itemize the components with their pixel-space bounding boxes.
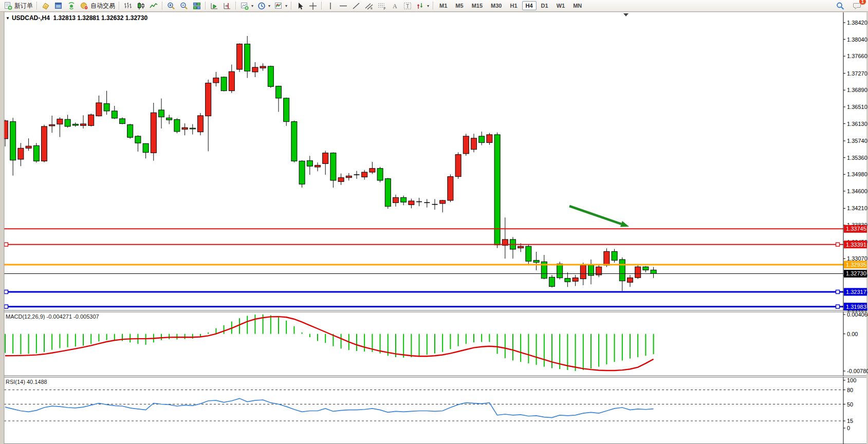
- text-t-icon: T: [403, 2, 412, 10]
- line-handle: [5, 290, 8, 293]
- svg-text:1.36130: 1.36130: [847, 121, 867, 127]
- new-order-icon: [4, 2, 13, 10]
- svg-text:A: A: [393, 3, 397, 10]
- equidistant-channel-button[interactable]: E: [363, 0, 375, 11]
- periods-button[interactable]: ▾: [255, 0, 272, 11]
- toolbar-separator: [433, 2, 434, 10]
- fibonacci-button[interactable]: F: [376, 0, 388, 11]
- new-order-label: 新订单: [14, 2, 33, 10]
- data-window-icon: [54, 2, 63, 10]
- text-a-icon: A: [390, 2, 399, 10]
- arrows-icon: [416, 2, 425, 10]
- autotrading-button[interactable]: 自动交易: [78, 0, 117, 11]
- horizontal-line-button[interactable]: [337, 0, 349, 11]
- toolbar-separator: [321, 2, 322, 10]
- auto-scroll-icon: [210, 2, 219, 10]
- line-handle: [5, 243, 8, 246]
- zoom-in-button[interactable]: [165, 0, 177, 11]
- toolbar-separator: [291, 2, 292, 10]
- mt4-window: 新订单自动交易▾▾▾EFAT▾ M1M5M15M30H1H4D1W1MN 1 1…: [0, 0, 868, 444]
- dropdown-arrow-icon: ▾: [285, 4, 287, 8]
- arrows-button[interactable]: ▾: [414, 0, 431, 11]
- templates-button[interactable]: ▾: [272, 0, 289, 11]
- crosshair-icon: [308, 2, 318, 10]
- timeframe-m5-button[interactable]: M5: [452, 1, 467, 10]
- timeframe-w1-button[interactable]: W1: [553, 1, 569, 10]
- zoom-out-icon: [179, 2, 189, 10]
- horizontal-line-icon: [339, 2, 348, 10]
- timeframe-d1-button[interactable]: D1: [538, 1, 552, 10]
- svg-text:15: 15: [847, 418, 853, 424]
- price-badge-1.33745: 1.33745: [844, 225, 867, 233]
- svg-text:1.37660: 1.37660: [847, 53, 867, 59]
- zoom-in-icon: [167, 2, 176, 10]
- data-window-button[interactable]: [52, 0, 65, 11]
- svg-text:1.37270: 1.37270: [847, 70, 867, 77]
- text-label-button[interactable]: T: [401, 0, 414, 11]
- svg-text:1.38420: 1.38420: [847, 20, 867, 26]
- notifications-button[interactable]: 1: [851, 0, 863, 11]
- chart-symbol-period: USDCAD-,H4: [12, 14, 50, 22]
- bar-chart-button[interactable]: [122, 0, 134, 11]
- chart-ohlc-values: 1.32813 1.32881 1.32632 1.32730: [53, 14, 148, 22]
- crosshair-button[interactable]: [307, 0, 319, 11]
- timeframe-h1-button[interactable]: H1: [506, 1, 521, 10]
- vertical-line-button[interactable]: [324, 0, 337, 11]
- svg-text:1.34600: 1.34600: [847, 188, 867, 194]
- line-handle: [836, 290, 840, 293]
- navigator-icon: [67, 2, 76, 10]
- svg-text:1.34210: 1.34210: [847, 205, 867, 211]
- tile-windows-button[interactable]: [191, 0, 203, 11]
- search-button[interactable]: [834, 0, 846, 11]
- chevron-down-icon: ▼: [6, 16, 10, 21]
- svg-text:1.35740: 1.35740: [847, 138, 867, 144]
- auto-scroll-button[interactable]: [208, 0, 220, 11]
- candle-chart-icon: [136, 2, 145, 10]
- svg-text:-0.007809: -0.007809: [847, 368, 868, 374]
- search-icon: [836, 2, 845, 10]
- svg-text:E: E: [371, 7, 373, 10]
- timeframe-mn-button[interactable]: MN: [569, 1, 585, 10]
- timeframe-m30-button[interactable]: M30: [487, 1, 505, 10]
- chart-title: ▼USDCAD-,H4 1.32813 1.32881 1.32632 1.32…: [6, 14, 147, 22]
- line-chart-button[interactable]: [147, 0, 160, 11]
- timeframe-h4-button[interactable]: H4: [522, 1, 537, 10]
- vertical-line-icon: [326, 2, 335, 10]
- chart-shift-button[interactable]: [221, 0, 233, 11]
- svg-text:1.33391: 1.33391: [846, 242, 866, 248]
- toolbar-separator: [235, 2, 236, 10]
- line-chart-icon: [149, 2, 158, 10]
- new-chart-button[interactable]: ▾: [238, 0, 255, 11]
- timeframe-m15-button[interactable]: M15: [468, 1, 486, 10]
- cursor-button[interactable]: [294, 0, 306, 11]
- channel-icon: E: [364, 2, 374, 10]
- autotrading-icon: [80, 2, 89, 10]
- periods-icon: [257, 2, 266, 10]
- line-handle: [5, 305, 8, 308]
- price-badge-1.32317: 1.32317: [844, 288, 867, 295]
- zoom-out-button[interactable]: [178, 0, 190, 11]
- timeframe-m1-button[interactable]: M1: [436, 1, 451, 10]
- svg-text:80: 80: [847, 387, 853, 393]
- svg-text:50: 50: [847, 401, 853, 408]
- fibonacci-icon: F: [377, 2, 386, 10]
- trendline-button[interactable]: [350, 0, 362, 11]
- svg-text:0.00: 0.00: [847, 331, 858, 337]
- svg-text:1.38040: 1.38040: [847, 36, 867, 43]
- bar-chart-icon: [123, 2, 133, 10]
- text-button[interactable]: A: [389, 0, 401, 11]
- svg-text:0: 0: [847, 425, 850, 431]
- svg-text:1.32730: 1.32730: [846, 270, 866, 276]
- market-watch-button[interactable]: [40, 0, 52, 11]
- cursor-icon: [296, 2, 305, 10]
- price-chart: 1.384201.380401.376601.372701.368901.365…: [0, 12, 868, 444]
- price-badge-1.32730: 1.32730: [844, 270, 867, 278]
- toolbar: 新订单自动交易▾▾▾EFAT▾ M1M5M15M30H1H4D1W1MN 1: [0, 0, 868, 12]
- notification-badge: 1: [859, 0, 866, 5]
- navigator-button[interactable]: [65, 0, 78, 11]
- price-badge-1.32935: 1.32935: [844, 261, 867, 268]
- svg-text:100: 100: [847, 377, 856, 383]
- new-order-button[interactable]: 新订单: [2, 0, 34, 11]
- price-badge-1.31983: 1.31983: [844, 303, 867, 310]
- candlestick-chart-button[interactable]: [135, 0, 147, 11]
